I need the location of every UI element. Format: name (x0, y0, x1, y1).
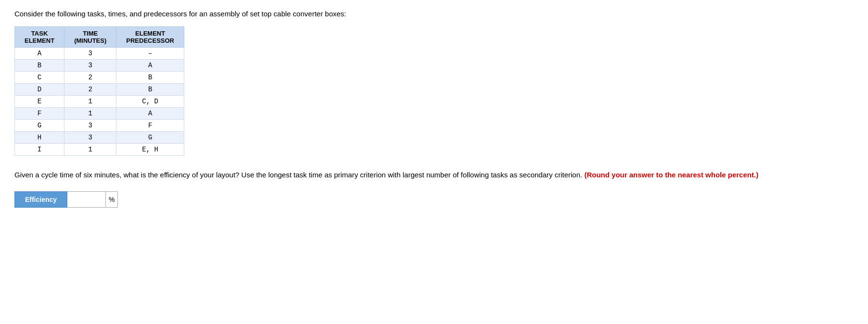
table-row: C2B (15, 72, 184, 84)
cell-time: 2 (64, 84, 116, 96)
cell-predecessor: B (116, 84, 184, 96)
table-row: H3G (15, 132, 184, 144)
cell-time: 1 (64, 144, 116, 156)
col-header-task: TASK ELEMENT (15, 27, 64, 48)
cell-time: 3 (64, 132, 116, 144)
cell-time: 3 (64, 120, 116, 132)
cell-predecessor: E, H (116, 144, 184, 156)
cell-predecessor: – (116, 48, 184, 60)
cell-time: 1 (64, 108, 116, 120)
cell-task: H (15, 132, 64, 144)
col-header-time: TIME (MINUTES) (64, 27, 116, 48)
cell-task: G (15, 120, 64, 132)
cell-predecessor: C, D (116, 96, 184, 108)
table-row: G3F (15, 120, 184, 132)
efficiency-label: Efficiency (14, 191, 67, 208)
table-row: E1C, D (15, 96, 184, 108)
cell-task: D (15, 84, 64, 96)
cell-time: 1 (64, 96, 116, 108)
table-row: A3– (15, 48, 184, 60)
efficiency-input[interactable] (67, 191, 106, 208)
table-row: B3A (15, 60, 184, 72)
cell-predecessor: G (116, 132, 184, 144)
table-row: D2B (15, 84, 184, 96)
cell-time: 3 (64, 48, 116, 60)
cell-task: I (15, 144, 64, 156)
cell-predecessor: A (116, 108, 184, 120)
percent-label: % (106, 191, 118, 208)
cell-time: 3 (64, 60, 116, 72)
cell-task: C (15, 72, 64, 84)
cell-time: 2 (64, 72, 116, 84)
table-row: I1E, H (15, 144, 184, 156)
cell-task: B (15, 60, 64, 72)
cell-task: F (15, 108, 64, 120)
cell-predecessor: B (116, 72, 184, 84)
table-row: F1A (15, 108, 184, 120)
intro-text: Consider the following tasks, times, and… (14, 10, 854, 18)
highlight-text: (Round your answer to the nearest whole … (584, 171, 758, 179)
task-table: TASK ELEMENT TIME (MINUTES) ELEMENT PRED… (14, 26, 184, 156)
cell-predecessor: A (116, 60, 184, 72)
question-text: Given a cycle time of six minutes, what … (14, 169, 852, 181)
cell-predecessor: F (116, 120, 184, 132)
cell-task: A (15, 48, 64, 60)
cell-task: E (15, 96, 64, 108)
col-header-predecessor: ELEMENT PREDECESSOR (116, 27, 184, 48)
answer-row: Efficiency % (14, 191, 854, 208)
